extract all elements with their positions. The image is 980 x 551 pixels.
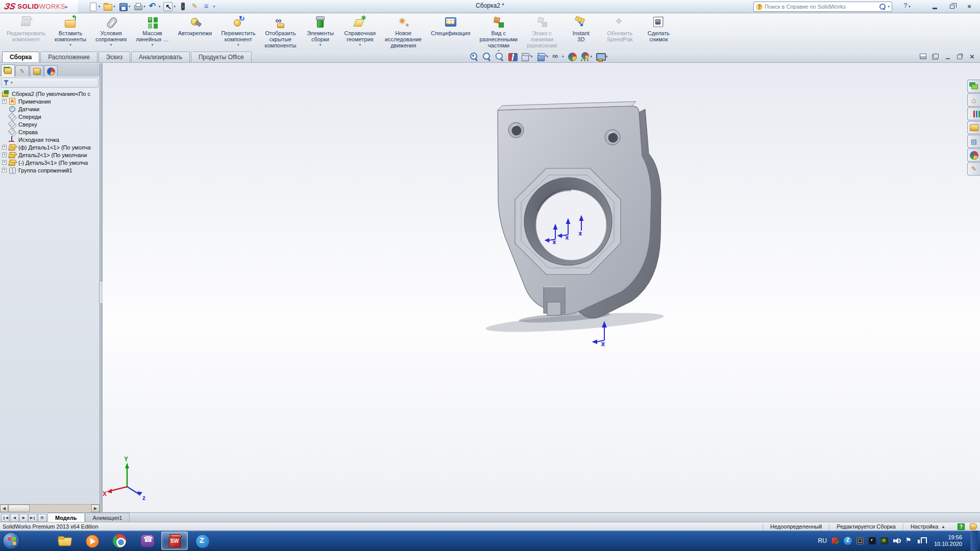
qat-6-button[interactable]: ▾ bbox=[178, 2, 189, 12]
taskpane-tab-1[interactable] bbox=[967, 93, 980, 107]
tree-item-5[interactable]: + Справа bbox=[2, 128, 100, 136]
ribbon-button-10[interactable]: Спецификация ▾ bbox=[426, 13, 475, 51]
search-icon[interactable] bbox=[879, 4, 886, 10]
close-button[interactable]: × bbox=[962, 2, 977, 11]
qat-7-button[interactable]: ▾ bbox=[190, 2, 201, 12]
filter-dropdown-icon[interactable]: ▾ bbox=[11, 81, 13, 85]
headsup-0-button[interactable]: ▾ bbox=[470, 52, 479, 61]
tag-icon[interactable] bbox=[970, 523, 977, 530]
docwin-0-button[interactable] bbox=[919, 53, 927, 60]
prev-tab-icon[interactable]: ◀ bbox=[10, 514, 19, 522]
ribbon-button-5[interactable]: Переместить компонент ▾ bbox=[216, 13, 260, 51]
headsup-3-button[interactable]: ▾ bbox=[508, 52, 517, 61]
qat-2-button[interactable]: ▾ bbox=[117, 2, 132, 12]
tab-3[interactable]: Анализировать bbox=[131, 52, 190, 62]
help-search-box[interactable]: ? Поиск в Справке по SolidWorks ▾ bbox=[753, 2, 892, 12]
taskpane-tab-5[interactable] bbox=[967, 148, 980, 162]
dropdown-caret-icon[interactable]: ▾ bbox=[547, 55, 549, 59]
ribbon-button-2[interactable]: Условия сопряжения ▾ bbox=[91, 13, 131, 51]
tray-1-icon[interactable] bbox=[844, 537, 852, 545]
headsup-7-button[interactable]: ▾ bbox=[568, 52, 577, 61]
dropdown-caret-icon[interactable]: ▾ bbox=[237, 43, 239, 47]
taskbar-app-2[interactable] bbox=[79, 532, 105, 550]
taskbar-app-3[interactable] bbox=[106, 532, 133, 550]
dropdown-caret-icon[interactable]: ▾ bbox=[174, 5, 176, 9]
ribbon-button-3[interactable]: Массив линейных … ▾ bbox=[131, 13, 173, 51]
scroll-left-icon[interactable]: ◀ bbox=[0, 505, 8, 512]
panel-horizontal-scrollbar[interactable]: ◀ ▶ bbox=[0, 504, 100, 512]
tray-3-icon[interactable] bbox=[868, 537, 876, 545]
tree-item-9[interactable]: + (-) Деталь3<1> (По умолча bbox=[2, 159, 100, 166]
dropdown-caret-icon[interactable]: ▾ bbox=[129, 5, 131, 9]
tree-item-3[interactable]: + Спереди bbox=[2, 113, 100, 120]
docwin-3-button[interactable] bbox=[956, 53, 964, 60]
headsup-1-button[interactable]: ▾ bbox=[482, 52, 492, 61]
expand-icon[interactable]: + bbox=[2, 99, 7, 104]
next-tab-icon[interactable]: ▶ bbox=[19, 514, 28, 522]
dropdown-caret-icon[interactable]: ▾ bbox=[531, 55, 533, 59]
help-button[interactable]: ?▾ bbox=[899, 2, 915, 9]
taskbar-app-5[interactable] bbox=[161, 532, 188, 550]
dropdown-caret-icon[interactable]: ▾ bbox=[213, 5, 215, 9]
tray-0-icon[interactable] bbox=[831, 537, 840, 545]
tab-0[interactable]: Сборка bbox=[2, 52, 39, 62]
dropdown-caret-icon[interactable]: ▾ bbox=[359, 43, 361, 47]
ribbon-button-7[interactable]: Элементы сборки ▾ bbox=[301, 13, 339, 51]
ribbon-button-9[interactable]: Новое исследование движения ▾ bbox=[380, 13, 426, 51]
last-tab-icon[interactable]: ▶❙ bbox=[29, 514, 37, 522]
expand-icon[interactable]: + bbox=[2, 145, 7, 149]
taskpane-tab-4[interactable] bbox=[967, 135, 980, 148]
ribbon-button-11[interactable]: Вид с разнесенными частями ▾ bbox=[475, 13, 522, 51]
tree-item-2[interactable]: + Датчики bbox=[2, 105, 100, 113]
dropdown-caret-icon[interactable]: ▾ bbox=[606, 55, 608, 59]
tray-4-icon[interactable] bbox=[880, 537, 889, 545]
qat-1-button[interactable]: ▾ bbox=[102, 2, 116, 12]
qat-0-button[interactable]: ▾ bbox=[87, 2, 102, 12]
taskbar-app-0[interactable] bbox=[23, 532, 50, 550]
tray-5-icon[interactable] bbox=[893, 537, 901, 545]
doc-tab-1[interactable]: Анимация1 bbox=[85, 513, 130, 522]
headsup-2-button[interactable]: ▾ bbox=[495, 52, 504, 61]
tree-filter-row[interactable]: ▾ bbox=[1, 78, 99, 88]
dropdown-caret-icon[interactable]: ▾ bbox=[69, 43, 71, 47]
tree-item-4[interactable]: + Сверху bbox=[2, 120, 100, 128]
expand-icon[interactable]: + bbox=[2, 168, 7, 172]
ribbon-button-1[interactable]: Вставить компоненты ▾ bbox=[50, 13, 91, 51]
headsup-6-button[interactable]: ▾ bbox=[552, 52, 564, 61]
ribbon-button-8[interactable]: Справочная геометрия ▾ bbox=[339, 13, 380, 51]
taskpane-tab-3[interactable] bbox=[967, 121, 980, 134]
dropdown-caret-icon[interactable]: ▾ bbox=[591, 55, 593, 59]
docwin-4-button[interactable] bbox=[968, 53, 976, 60]
tree-item-6[interactable]: + Исходная точка bbox=[2, 136, 100, 143]
tree-item-1[interactable]: + Примечания bbox=[2, 97, 100, 105]
taskbar-app-6[interactable] bbox=[189, 532, 215, 550]
taskpane-tab-2[interactable] bbox=[967, 107, 980, 120]
headsup-5-button[interactable]: ▾ bbox=[536, 52, 549, 61]
show-desktop-button[interactable] bbox=[971, 531, 978, 551]
docwin-2-button[interactable] bbox=[944, 53, 951, 60]
tray-7-icon[interactable] bbox=[917, 537, 925, 545]
qat-5-button[interactable]: ▾ bbox=[162, 2, 177, 12]
ribbon-button-15[interactable]: Сделать снимок ▾ bbox=[639, 13, 678, 51]
start-button[interactable] bbox=[3, 532, 20, 549]
headsup-8-button[interactable]: ▾ bbox=[580, 52, 593, 61]
scroll-right-icon[interactable]: ▶ bbox=[91, 505, 100, 512]
ribbon-button-14[interactable]: Обновить SpeedPak ▾ bbox=[600, 13, 639, 51]
tree-item-10[interactable]: + Группа сопряжений1 bbox=[2, 166, 100, 174]
docwin-1-button[interactable] bbox=[932, 53, 939, 60]
panel-tab-3[interactable] bbox=[44, 65, 58, 77]
expand-icon[interactable]: + bbox=[2, 153, 7, 157]
tree-item-8[interactable]: + Деталь2<1> (По умолчани bbox=[2, 151, 100, 159]
restore-button[interactable] bbox=[944, 2, 960, 11]
first-tab-icon[interactable]: ❙◀ bbox=[1, 514, 10, 522]
custom-toolbar-toggle[interactable]: Настройка▲ bbox=[903, 523, 952, 530]
tab-1[interactable]: Расположение bbox=[40, 52, 97, 62]
tree-item-7[interactable]: + (ф) Деталь1<1> (По умолча bbox=[2, 143, 100, 151]
ribbon-button-6[interactable]: Отобразить скрытые компоненты ▾ bbox=[260, 13, 301, 51]
qat-8-button[interactable]: ▾ bbox=[202, 2, 216, 12]
dropdown-caret-icon[interactable]: ▾ bbox=[562, 55, 564, 59]
doc-tab-0[interactable]: Модель bbox=[47, 513, 85, 522]
search-dropdown-icon[interactable]: ▾ bbox=[888, 5, 890, 9]
taskpane-tab-6[interactable] bbox=[967, 162, 980, 176]
headsup-4-button[interactable]: ▾ bbox=[521, 52, 533, 61]
